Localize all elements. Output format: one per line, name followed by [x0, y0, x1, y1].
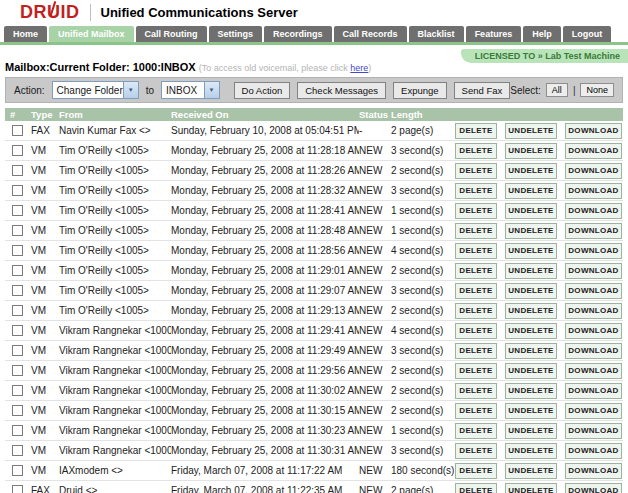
delete-button[interactable]: DELETE: [455, 343, 497, 359]
folder-select[interactable]: INBOX ▼: [161, 81, 219, 99]
send-fax-button[interactable]: Send Fax: [454, 82, 511, 99]
undelete-button[interactable]: UNDELETE: [505, 243, 557, 259]
row-checkbox[interactable]: [12, 465, 23, 476]
undelete-button[interactable]: UNDELETE: [505, 483, 557, 493]
delete-button[interactable]: DELETE: [455, 363, 497, 379]
delete-button[interactable]: DELETE: [455, 123, 497, 139]
chevron-down-icon[interactable]: ▼: [123, 82, 138, 98]
undelete-button[interactable]: UNDELETE: [505, 463, 557, 479]
delete-button[interactable]: DELETE: [455, 243, 497, 259]
download-button[interactable]: DOWNLOAD: [565, 323, 622, 339]
undelete-button[interactable]: UNDELETE: [505, 283, 557, 299]
delete-button[interactable]: DELETE: [455, 303, 497, 319]
nav-tab-features[interactable]: Features: [466, 26, 522, 42]
delete-button[interactable]: DELETE: [455, 143, 497, 159]
nav-tab-call-routing[interactable]: Call Routing: [136, 26, 207, 42]
delete-button[interactable]: DELETE: [455, 323, 497, 339]
download-button[interactable]: DOWNLOAD: [565, 143, 622, 159]
nav-tab-unified-mailbox[interactable]: Unified Mailbox: [49, 26, 134, 42]
action-select[interactable]: Change Folder ▼: [52, 81, 139, 99]
nav-tab-settings[interactable]: Settings: [209, 26, 263, 42]
row-checkbox[interactable]: [12, 285, 23, 296]
undelete-button[interactable]: UNDELETE: [505, 143, 557, 159]
download-button[interactable]: DOWNLOAD: [565, 363, 622, 379]
download-button[interactable]: DOWNLOAD: [565, 383, 622, 399]
delete-button[interactable]: DELETE: [455, 443, 497, 459]
select-all-button[interactable]: All: [546, 83, 568, 97]
column-header-type: Type: [31, 109, 59, 120]
download-button[interactable]: DOWNLOAD: [565, 283, 622, 299]
row-checkbox[interactable]: [12, 265, 23, 276]
download-button[interactable]: DOWNLOAD: [565, 263, 622, 279]
undelete-button[interactable]: UNDELETE: [505, 183, 557, 199]
delete-button[interactable]: DELETE: [455, 283, 497, 299]
do-action-button[interactable]: Do Action: [234, 82, 291, 99]
undelete-button[interactable]: UNDELETE: [505, 403, 557, 419]
undelete-button[interactable]: UNDELETE: [505, 163, 557, 179]
nav-tab-blacklist[interactable]: Blacklist: [409, 26, 464, 42]
nav-tab-recordings[interactable]: Recordings: [264, 26, 332, 42]
row-checkbox[interactable]: [12, 225, 23, 236]
message-type: VM: [31, 185, 59, 196]
delete-button[interactable]: DELETE: [455, 483, 497, 493]
undelete-button[interactable]: UNDELETE: [505, 383, 557, 399]
select-none-button[interactable]: None: [580, 83, 614, 97]
undelete-button[interactable]: UNDELETE: [505, 123, 557, 139]
delete-button[interactable]: DELETE: [455, 463, 497, 479]
nav-tab-home[interactable]: Home: [4, 26, 47, 42]
download-button[interactable]: DOWNLOAD: [565, 423, 622, 439]
download-button[interactable]: DOWNLOAD: [565, 203, 622, 219]
delete-button[interactable]: DELETE: [455, 423, 497, 439]
delete-button[interactable]: DELETE: [455, 383, 497, 399]
undelete-button[interactable]: UNDELETE: [505, 323, 557, 339]
undelete-button[interactable]: UNDELETE: [505, 363, 557, 379]
row-checkbox[interactable]: [12, 345, 23, 356]
download-button[interactable]: DOWNLOAD: [565, 403, 622, 419]
row-checkbox[interactable]: [12, 145, 23, 156]
download-button[interactable]: DOWNLOAD: [565, 303, 622, 319]
row-checkbox[interactable]: [12, 385, 23, 396]
download-button[interactable]: DOWNLOAD: [565, 483, 622, 493]
row-checkbox[interactable]: [12, 205, 23, 216]
undelete-button[interactable]: UNDELETE: [505, 343, 557, 359]
row-checkbox[interactable]: [12, 305, 23, 316]
row-checkbox[interactable]: [12, 125, 23, 136]
download-button[interactable]: DOWNLOAD: [565, 183, 622, 199]
row-checkbox[interactable]: [12, 165, 23, 176]
delete-button[interactable]: DELETE: [455, 223, 497, 239]
delete-button[interactable]: DELETE: [455, 403, 497, 419]
delete-button[interactable]: DELETE: [455, 183, 497, 199]
undelete-button[interactable]: UNDELETE: [505, 443, 557, 459]
delete-button[interactable]: DELETE: [455, 263, 497, 279]
download-button[interactable]: DOWNLOAD: [565, 123, 622, 139]
row-checkbox[interactable]: [12, 185, 23, 196]
undelete-button[interactable]: UNDELETE: [505, 423, 557, 439]
row-checkbox[interactable]: [12, 405, 23, 416]
nav-tab-call-records[interactable]: Call Records: [334, 26, 407, 42]
download-button[interactable]: DOWNLOAD: [565, 343, 622, 359]
download-button[interactable]: DOWNLOAD: [565, 163, 622, 179]
chevron-down-icon[interactable]: ▼: [204, 82, 219, 98]
old-voicemail-link[interactable]: here: [350, 63, 368, 73]
row-checkbox[interactable]: [12, 485, 23, 493]
undelete-button[interactable]: UNDELETE: [505, 223, 557, 239]
row-checkbox[interactable]: [12, 365, 23, 376]
nav-tab-help[interactable]: Help: [523, 26, 561, 42]
check-messages-button[interactable]: Check Messages: [297, 82, 386, 99]
undelete-button[interactable]: UNDELETE: [505, 203, 557, 219]
row-checkbox[interactable]: [12, 445, 23, 456]
delete-button[interactable]: DELETE: [455, 163, 497, 179]
expunge-button[interactable]: Expunge: [393, 82, 447, 99]
delete-button[interactable]: DELETE: [455, 203, 497, 219]
download-button[interactable]: DOWNLOAD: [565, 443, 622, 459]
table-row: VMTim O'Reilly <1005>Monday, February 25…: [5, 181, 623, 201]
undelete-button[interactable]: UNDELETE: [505, 303, 557, 319]
nav-tab-logout[interactable]: Logout: [563, 26, 612, 42]
download-button[interactable]: DOWNLOAD: [565, 243, 622, 259]
row-checkbox[interactable]: [12, 325, 23, 336]
download-button[interactable]: DOWNLOAD: [565, 463, 622, 479]
undelete-button[interactable]: UNDELETE: [505, 263, 557, 279]
row-checkbox[interactable]: [12, 425, 23, 436]
row-checkbox[interactable]: [12, 245, 23, 256]
download-button[interactable]: DOWNLOAD: [565, 223, 622, 239]
